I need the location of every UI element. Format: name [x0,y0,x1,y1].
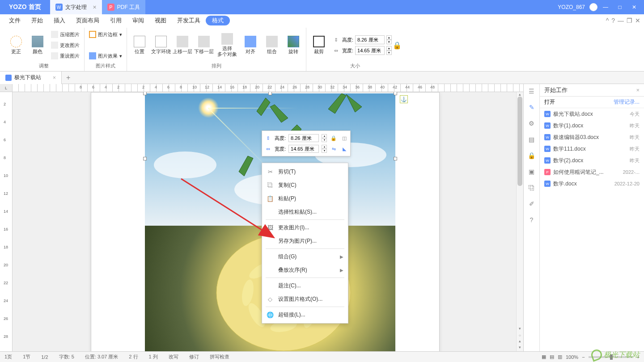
spin-down[interactable]: ▾ [322,149,327,153]
pic-border-button[interactable]: 图片边框▾ [87,29,124,39]
recent-file-item[interactable]: W数学(2).docx昨天 [540,155,644,166]
spin-up[interactable]: ▴ [386,46,392,51]
height-input[interactable] [355,35,385,44]
flip-v-icon[interactable]: ◣ [340,145,348,153]
sb-overwrite[interactable]: 改写 [169,354,178,360]
lock-icon[interactable]: 🔒 [330,134,338,142]
spin-down[interactable]: ▾ [386,40,392,44]
select-button[interactable]: 选择 多个对象 [216,29,239,61]
ruler-corner[interactable]: L [0,84,13,92]
panel-library-icon[interactable]: ▤ [527,135,536,144]
scroll-down-icon[interactable]: ▾ [517,326,523,333]
spin-up[interactable]: ▴ [322,134,327,138]
compress-button[interactable]: 压缩图片 [49,29,81,39]
ctx-group[interactable]: 组合(G)▶ [262,250,348,263]
panel-help-icon[interactable]: ? [527,215,536,224]
recent-file-item[interactable]: W数学111.docx昨天 [540,143,644,155]
menu-format[interactable]: 格式 [206,16,230,25]
recent-file-item[interactable]: P如何使用糯词笔记_...2022-... [540,166,644,178]
pic-effect-button[interactable]: 图片效果▾ [87,51,124,61]
position-button[interactable]: 位置 [130,29,149,61]
correct-button[interactable]: 更正 [6,29,26,61]
width-input[interactable] [355,46,385,55]
ctx-format-pic[interactable]: ◇设置图片格式(O)... [262,292,348,306]
ruler-vertical[interactable]: 246810121416182022242628 [0,92,13,351]
help-icon[interactable]: ? [611,17,615,24]
spin-up[interactable]: ▴ [322,145,327,149]
restore-icon[interactable]: ❐ [627,17,632,24]
menu-dev[interactable]: 开发工具 [172,14,206,27]
align-button[interactable]: 对齐 [241,29,260,61]
menu-home[interactable]: 开始 [26,14,48,27]
sb-page[interactable]: 1页 [4,354,12,360]
spin-down[interactable]: ▾ [386,51,392,55]
view-outline-icon[interactable]: ▥ [558,354,562,360]
vertical-scrollbar[interactable]: ▴ ▾ ○ ▴ ▾ [516,92,523,351]
document-tab[interactable]: 极光下载站 × [0,72,62,84]
recent-file-item[interactable]: W极光下载站.docx今天 [540,108,644,120]
panel-edit-icon[interactable]: ✐ [527,199,536,208]
recent-file-item[interactable]: W极速编辑器03.docx昨天 [540,131,644,143]
ruler-h-scale[interactable]: 8642246810121416182022242628303234363840… [13,84,523,92]
close-doc-icon[interactable]: ✕ [635,17,640,24]
zoom-level[interactable]: 100% [566,354,578,360]
panel-book-icon[interactable]: ▣ [527,167,536,176]
scrollbar-thumb[interactable] [517,97,522,186]
menu-reference[interactable]: 引用 [105,14,127,27]
sb-language[interactable]: 拼写检查 [210,354,229,360]
ctx-order[interactable]: 叠放次序(R)▶ [262,263,348,277]
ruler-horizontal[interactable]: L 86422468101214161820222426283032343638… [0,84,523,92]
ctx-paste-special[interactable]: 选择性粘贴(S)... [262,205,348,219]
panel-toggle-icon[interactable]: ☰ [527,87,536,96]
prev-page-icon[interactable]: ▴ [517,339,523,345]
close-panel-icon[interactable]: × [636,87,640,93]
group-button[interactable]: 组合 [262,29,282,61]
sb-col[interactable]: 1 列 [149,354,158,360]
recent-file-item[interactable]: W数学(1).docx昨天 [540,120,644,131]
ctx-copy[interactable]: ⿻复制(C) [262,178,348,192]
sb-line[interactable]: 2 行 [129,354,138,360]
ctx-change-pic[interactable]: 🖼更改图片(I)... [262,221,348,234]
anchor-icon[interactable]: ⚓ [400,95,408,103]
panel-copy-icon[interactable]: ⿻ [527,183,536,192]
sb-revision[interactable]: 修订 [189,354,199,360]
crop-button[interactable]: 裁剪 [309,29,329,61]
menu-view[interactable]: 视图 [149,14,172,27]
ctx-paste[interactable]: 📋粘贴(P) [262,192,348,205]
menu-layout[interactable]: 页面布局 [71,14,105,27]
lock-aspect-icon[interactable]: 🔒 [394,38,401,52]
page-indicator-icon[interactable]: ○ [518,333,522,338]
zoom-out-button[interactable]: − [582,354,585,360]
close-tab-icon[interactable]: × [93,4,97,11]
collapse-ribbon-icon[interactable]: ^ [606,17,609,24]
float-height-input[interactable] [288,134,319,142]
recent-file-item[interactable]: W数学.docx2022-12-20 [540,178,644,189]
add-doc-tab-button[interactable]: + [62,74,75,82]
ctx-cut[interactable]: ✂剪切(T) [262,165,348,178]
close-window-button[interactable]: ✕ [628,3,640,12]
ctx-caption[interactable]: 题注(C)... [262,279,348,292]
crop-icon[interactable]: ◫ [340,134,348,142]
app-tab-word[interactable]: W 文字处理 × [50,0,102,14]
flip-h-icon[interactable]: ⇋ [330,145,338,153]
resize-handle-n[interactable] [268,92,272,95]
sb-position[interactable]: 位置: 3.07 厘米 [85,354,119,360]
spin-up[interactable]: ▴ [386,35,392,40]
app-tab-pdf[interactable]: P PDF 工具 [102,0,145,14]
ctx-save-as-pic[interactable]: 另存为图片(P)... [262,234,348,248]
min-icon[interactable]: — [618,17,624,24]
view-print-icon[interactable]: ▦ [542,354,546,360]
next-page-icon[interactable]: ▾ [517,345,523,351]
sb-pages[interactable]: 1/2 [41,354,48,360]
sb-section[interactable]: 1节 [23,354,30,360]
manage-records-link[interactable]: 管理记录... [614,98,640,106]
menu-insert[interactable]: 插入 [48,14,71,27]
resize-handle-w[interactable] [143,157,147,160]
ctx-hyperlink[interactable]: 🌐超链接(L)... [262,308,348,321]
bring-forward-button[interactable]: 上移一层 [173,29,192,61]
minimize-button[interactable]: — [599,3,612,12]
change-pic-button[interactable]: 更改图片 [49,40,81,50]
menu-review[interactable]: 审阅 [127,14,149,27]
panel-pen-icon[interactable]: ✎ [527,103,536,112]
home-link[interactable]: YOZO 首页 [0,3,50,11]
